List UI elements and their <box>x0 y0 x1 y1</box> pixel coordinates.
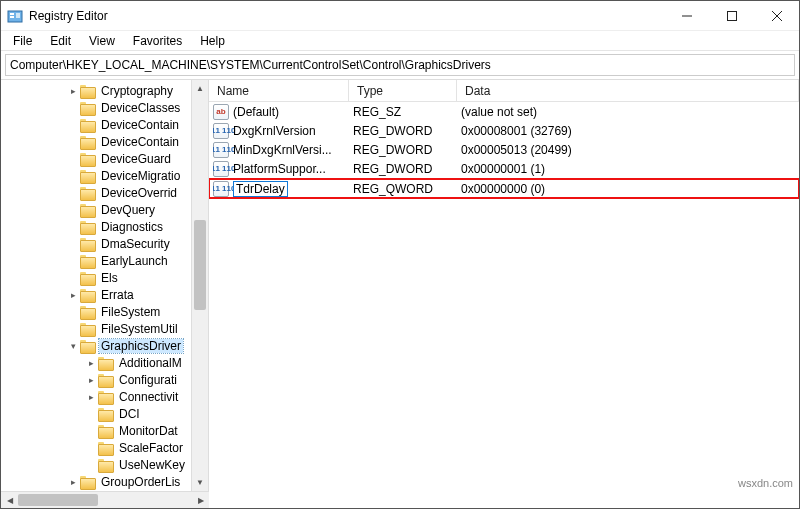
tree-item-label: DmaSecurity <box>99 237 172 251</box>
menu-edit[interactable]: Edit <box>42 32 79 50</box>
folder-icon <box>98 373 114 387</box>
value-name: (Default) <box>233 105 279 119</box>
tree-item[interactable]: ▸Els <box>1 269 191 286</box>
tree-item[interactable]: ▸MonitorDat <box>1 422 191 439</box>
tree-item[interactable]: ▸DCI <box>1 405 191 422</box>
tree-item[interactable]: ▸DeviceGuard <box>1 150 191 167</box>
registry-tree[interactable]: ▸Cryptography▸DeviceClasses▸DeviceContai… <box>1 80 191 491</box>
tree-item-label: DeviceGuard <box>99 152 173 166</box>
value-row[interactable]: 011 110PlatformSuppor...REG_DWORD0x00000… <box>209 159 799 178</box>
value-row[interactable]: 011 110DxgKrnlVersionREG_DWORD0x00008001… <box>209 121 799 140</box>
column-header-data[interactable]: Data <box>457 80 799 101</box>
scroll-down-arrow-icon[interactable]: ▼ <box>192 474 208 491</box>
chevron-right-icon[interactable]: ▸ <box>85 357 97 369</box>
folder-icon <box>80 118 96 132</box>
tree-item-label: GroupOrderLis <box>99 475 182 489</box>
svg-rect-5 <box>727 11 736 20</box>
values-list[interactable]: ab(Default)REG_SZ(value not set)011 110D… <box>209 102 799 491</box>
folder-icon <box>98 356 114 370</box>
folder-icon <box>80 271 96 285</box>
binary-value-icon: 011 110 <box>213 123 229 139</box>
svg-rect-1 <box>10 13 14 15</box>
scroll-up-arrow-icon[interactable]: ▲ <box>192 80 208 97</box>
tree-item-label: GraphicsDriver <box>99 339 183 353</box>
value-type: REG_QWORD <box>349 182 457 196</box>
value-name-edit[interactable]: TdrDelay <box>233 181 288 197</box>
folder-icon <box>80 135 96 149</box>
chevron-down-icon[interactable]: ▾ <box>67 340 79 352</box>
value-name: PlatformSuppor... <box>233 162 326 176</box>
tree-item[interactable]: ▸GroupOrderLis <box>1 473 191 490</box>
tree-item[interactable]: ▸DeviceContain <box>1 116 191 133</box>
folder-icon <box>80 101 96 115</box>
menu-file[interactable]: File <box>5 32 40 50</box>
tree-item-label: ScaleFactor <box>117 441 185 455</box>
scroll-thumb[interactable] <box>18 494 98 506</box>
tree-item[interactable]: ▸Configurati <box>1 371 191 388</box>
title-bar: Registry Editor <box>1 1 799 31</box>
tree-item-label: Cryptography <box>99 84 175 98</box>
tree-item-label: DeviceContain <box>99 135 181 149</box>
tree-item[interactable]: ▸DmaSecurity <box>1 235 191 252</box>
chevron-right-icon[interactable]: ▸ <box>85 374 97 386</box>
tree-item-label: MonitorDat <box>117 424 180 438</box>
menu-help[interactable]: Help <box>192 32 233 50</box>
scroll-left-arrow-icon[interactable]: ◀ <box>1 492 18 508</box>
tree-vscrollbar[interactable]: ▲ ▼ <box>191 80 208 491</box>
folder-icon <box>98 390 114 404</box>
menu-favorites[interactable]: Favorites <box>125 32 190 50</box>
address-bar[interactable]: Computer\HKEY_LOCAL_MACHINE\SYSTEM\Curre… <box>5 54 795 76</box>
column-header-name[interactable]: Name <box>209 80 349 101</box>
maximize-button[interactable] <box>709 1 754 30</box>
minimize-button[interactable] <box>664 1 709 30</box>
value-type: REG_SZ <box>349 105 457 119</box>
tree-item[interactable]: ▸DevQuery <box>1 201 191 218</box>
tree-item[interactable]: ▸EarlyLaunch <box>1 252 191 269</box>
tree-item[interactable]: ▸DeviceClasses <box>1 99 191 116</box>
values-pane: Name Type Data ab(Default)REG_SZ(value n… <box>209 80 799 491</box>
tree-item[interactable]: ▸Diagnostics <box>1 218 191 235</box>
tree-item[interactable]: ▸Errata <box>1 286 191 303</box>
tree-hscrollbar[interactable]: ◀ ▶ <box>1 491 209 508</box>
value-name: DxgKrnlVersion <box>233 124 316 138</box>
tree-item[interactable]: ▸ScaleFactor <box>1 439 191 456</box>
value-row[interactable]: ab(Default)REG_SZ(value not set) <box>209 102 799 121</box>
value-row[interactable]: 011 110TdrDelayREG_QWORD0x00000000 (0) <box>209 179 799 198</box>
value-row[interactable]: 011 110MinDxgKrnlVersi...REG_DWORD0x0000… <box>209 140 799 159</box>
window-title: Registry Editor <box>29 9 108 23</box>
chevron-right-icon[interactable]: ▸ <box>67 85 79 97</box>
tree-pane: ▸Cryptography▸DeviceClasses▸DeviceContai… <box>1 80 209 491</box>
tree-item[interactable]: ▸FileSystemUtil <box>1 320 191 337</box>
tree-item[interactable]: ▸Connectivit <box>1 388 191 405</box>
folder-icon <box>80 322 96 336</box>
value-type: REG_DWORD <box>349 162 457 176</box>
tree-item-label: FileSystem <box>99 305 162 319</box>
chevron-right-icon[interactable]: ▸ <box>85 391 97 403</box>
tree-item[interactable]: ▸FileSystem <box>1 303 191 320</box>
scroll-thumb[interactable] <box>194 220 206 310</box>
tree-item-label: DeviceContain <box>99 118 181 132</box>
tree-item[interactable]: ▸AdditionalM <box>1 354 191 371</box>
tree-item[interactable]: ▸DeviceMigratio <box>1 167 191 184</box>
folder-icon <box>80 339 96 353</box>
svg-rect-3 <box>16 13 20 18</box>
value-data: 0x00000000 (0) <box>457 182 799 196</box>
tree-item[interactable]: ▸Cryptography <box>1 82 191 99</box>
tree-item[interactable]: ▸UseNewKey <box>1 456 191 473</box>
tree-item[interactable]: ▸DeviceContain <box>1 133 191 150</box>
tree-item-label: DCI <box>117 407 142 421</box>
scroll-right-arrow-icon[interactable]: ▶ <box>192 492 209 508</box>
menu-view[interactable]: View <box>81 32 123 50</box>
tree-item-label: Configurati <box>117 373 179 387</box>
close-button[interactable] <box>754 1 799 30</box>
chevron-right-icon[interactable]: ▸ <box>67 289 79 301</box>
app-icon <box>7 8 23 24</box>
tree-item[interactable]: ▾GraphicsDriver <box>1 337 191 354</box>
column-header-type[interactable]: Type <box>349 80 457 101</box>
folder-icon <box>80 152 96 166</box>
tree-item[interactable]: ▸DeviceOverrid <box>1 184 191 201</box>
window-controls <box>664 1 799 30</box>
chevron-right-icon[interactable]: ▸ <box>67 476 79 488</box>
tree-item-label: Els <box>99 271 120 285</box>
value-name: MinDxgKrnlVersi... <box>233 143 332 157</box>
